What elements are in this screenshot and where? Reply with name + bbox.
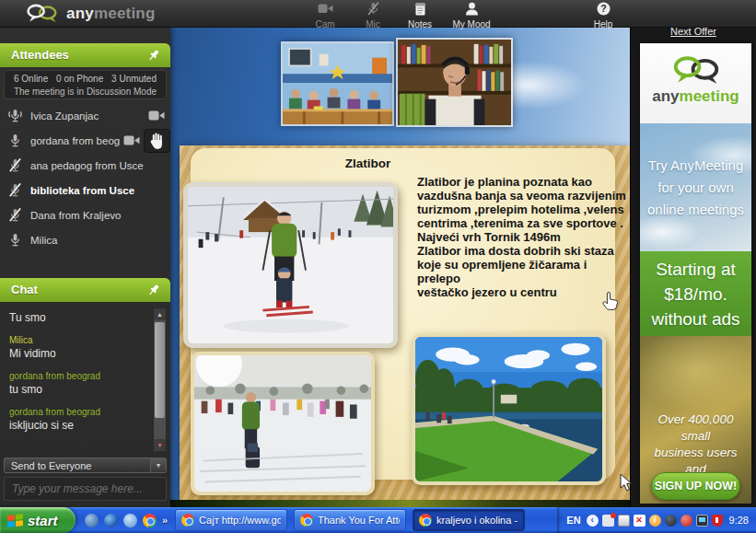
my-mood-button[interactable]: My Mood xyxy=(448,2,495,29)
ad-pricing: Starting at $18/mo. without ads xyxy=(640,251,751,336)
pin-icon[interactable] xyxy=(146,283,161,297)
taskbar: start » Сајт http://www.goo... Thank You… xyxy=(0,507,756,533)
image-tray-icon[interactable] xyxy=(602,515,614,527)
slide-title: Zlatibor xyxy=(180,156,556,170)
slide-text-line: Zlatibor je planina poznata kao xyxy=(417,175,631,189)
slide-text-line: vazdušna banja sa veoma razvijenim xyxy=(417,189,631,203)
mic-muted-icon xyxy=(7,182,23,198)
start-label: start xyxy=(28,513,58,528)
camera-icon xyxy=(148,110,165,122)
slide-text-line: centrima ,terenima za sve sportove . xyxy=(417,216,631,230)
attendee-row[interactable]: gordana from beograd xyxy=(0,128,170,153)
send-to-dropdown[interactable]: Send to Everyone ▾ xyxy=(4,458,167,473)
attendee-row[interactable]: Dana from Kraljevo xyxy=(0,203,170,227)
clock: 9:28 xyxy=(729,515,749,526)
anymeeting-logo: anymeeting xyxy=(24,3,155,25)
person-icon xyxy=(464,2,480,16)
attendee-name: ana pedagog from Usce xyxy=(30,160,165,171)
chat-header[interactable]: Chat xyxy=(0,278,170,302)
mic-button[interactable]: Mic xyxy=(349,2,397,29)
presentation-stage: Zlatibor xyxy=(170,28,630,507)
attendee-name: Milica xyxy=(30,235,165,246)
slide-text-line: veštačko jezero u centru xyxy=(417,285,631,299)
display-tray-icon[interactable] xyxy=(696,515,708,527)
scroll-down-button[interactable]: ▼ xyxy=(154,439,166,451)
crowd-scene xyxy=(194,355,371,492)
slide-text-line: turizmom ,prelepim hotelima ,velens xyxy=(417,203,631,216)
phone-count: 0 on Phone xyxy=(56,74,103,84)
taskbar-window-button[interactable]: Thank You For Atten... xyxy=(294,509,406,531)
internet-explorer-icon[interactable] xyxy=(85,514,99,527)
taskbar-windows: Сајт http://www.goo... Thank You For Att… xyxy=(175,509,525,531)
chat-message: gordana from beograd iskljucio si se xyxy=(9,407,148,432)
slide-text-line: koje su opremljene žičarama i prelepo xyxy=(417,258,631,285)
chat-scrollbar[interactable]: ▲ ▼ xyxy=(153,307,167,452)
anymeeting-ad[interactable]: anymeeting Try AnyMeeting for your own o… xyxy=(640,43,751,504)
start-button[interactable]: start xyxy=(0,507,76,533)
window-title: kraljevo i okolina - An... xyxy=(436,515,518,526)
ad-logo: anymeeting xyxy=(640,43,751,123)
pin-icon[interactable] xyxy=(146,48,161,63)
quick-launch-overflow-chevron[interactable]: » xyxy=(162,515,168,526)
send-to-value: Send to Everyone xyxy=(11,460,150,471)
attendee-row[interactable]: Milica xyxy=(0,227,170,252)
notes-label: Notes xyxy=(396,19,444,29)
webcam-video-presenter xyxy=(396,38,513,127)
media-player-icon[interactable] xyxy=(104,514,118,527)
taskbar-window-button[interactable]: Сајт http://www.goo... xyxy=(175,509,287,531)
help-button[interactable]: ? Help xyxy=(579,2,627,29)
dropdown-arrow-icon[interactable]: ▾ xyxy=(150,458,166,472)
attendees-header[interactable]: Attendees xyxy=(0,43,170,67)
security-shield-icon[interactable] xyxy=(712,515,723,527)
app-topbar: anymeeting Cam Mic xyxy=(0,0,756,28)
slide-photo-ski xyxy=(183,182,398,348)
mic-on-icon xyxy=(7,232,23,248)
mic-on-icon xyxy=(7,133,23,148)
sign-up-button[interactable]: SIGN UP NOW! xyxy=(651,472,740,500)
help-glyph: ? xyxy=(600,3,606,14)
hide-icons-chevron[interactable]: ‹ xyxy=(587,515,599,527)
history-tray-icon[interactable] xyxy=(665,515,677,527)
online-count: 6 Online xyxy=(14,74,48,84)
window-title: Сајт http://www.goo... xyxy=(199,515,281,526)
windows-logo-icon xyxy=(7,514,23,527)
cam-button[interactable]: Cam xyxy=(301,2,349,29)
chat-message-sender: gordana from beograd xyxy=(9,371,148,381)
notes-button[interactable]: Notes xyxy=(396,2,444,29)
attendee-name: Dana from Kraljevo xyxy=(30,210,165,221)
chat-message: Milica Mi vidimo xyxy=(9,335,148,360)
scrollbar-thumb[interactable] xyxy=(155,322,165,418)
chat-message-sender: Milica xyxy=(9,335,148,345)
attendee-row[interactable]: ana pedagog from Usce xyxy=(0,153,170,178)
ad-sidebar: Clicking on advertisement will open a ne… xyxy=(630,0,756,507)
attendee-row[interactable]: Ivica Zupanjac xyxy=(0,103,170,128)
taskbar-window-button[interactable]: kraljevo i okolina - An... xyxy=(413,509,525,531)
attendees-title: Attendees xyxy=(11,48,69,62)
window-title: Thank You For Atten... xyxy=(318,515,400,526)
scroll-up-button[interactable]: ▲ xyxy=(154,308,166,320)
internet-explorer-blue-icon[interactable] xyxy=(123,514,137,527)
raised-hand-icon xyxy=(144,129,170,153)
attendee-name: gordana from beograd xyxy=(30,135,120,146)
logo-text: anymeeting xyxy=(66,5,155,23)
info-tray-icon[interactable]: i xyxy=(649,515,661,527)
mic-muted-icon xyxy=(366,2,381,16)
meeting-mode: The meeting is in Discussion Mode xyxy=(5,87,166,97)
attendee-row[interactable]: biblioteka from Usce xyxy=(0,178,170,203)
attendee-list: Ivica Zupanjac xyxy=(0,103,170,252)
chrome-icon xyxy=(300,514,313,527)
chat-message-text: Tu smo xyxy=(9,311,148,324)
help-icon: ? xyxy=(596,2,611,16)
antivirus-tray-icon[interactable] xyxy=(680,515,692,527)
chat-message-input[interactable] xyxy=(4,477,167,501)
window-tray-icon[interactable] xyxy=(618,515,630,527)
chrome-icon xyxy=(181,514,194,527)
slide-photo-lake xyxy=(412,333,606,485)
slide-photo-crowd xyxy=(191,352,375,495)
error-tray-icon[interactable]: ✕ xyxy=(634,515,646,527)
chrome-icon[interactable] xyxy=(143,514,157,527)
chat-messages: Tu smo Milica Mi vidimo gordana from beo… xyxy=(9,311,148,456)
camera-icon xyxy=(123,134,140,146)
chrome-icon xyxy=(419,514,432,527)
language-indicator[interactable]: EN xyxy=(566,515,580,526)
